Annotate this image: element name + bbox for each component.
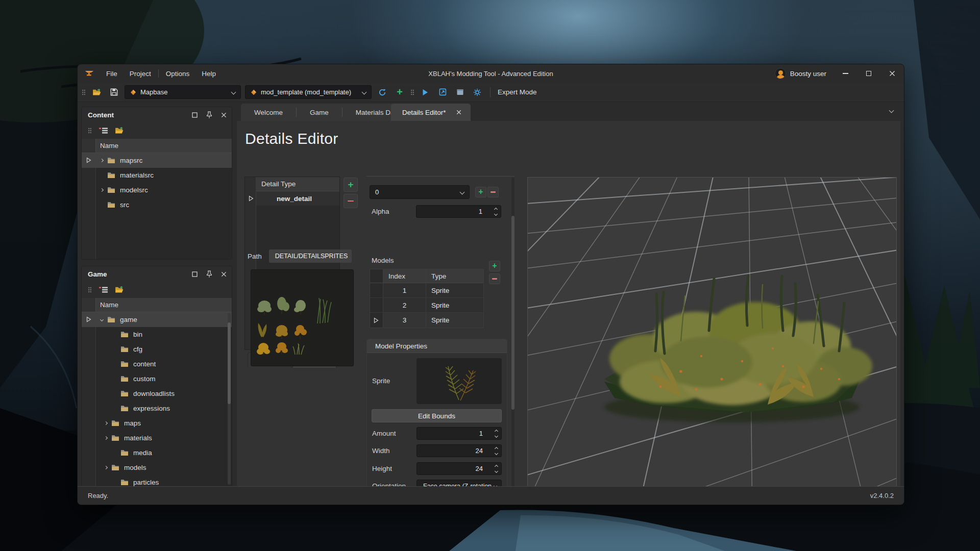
- folder-icon: [120, 346, 129, 353]
- collapse-chevron-icon[interactable]: [100, 318, 103, 321]
- spin-up-icon[interactable]: [495, 464, 498, 468]
- tree-row-bin[interactable]: bin: [82, 327, 232, 342]
- float-panel-icon[interactable]: [192, 112, 198, 118]
- column-type[interactable]: Type: [426, 269, 483, 283]
- close-panel-icon[interactable]: [221, 112, 227, 118]
- spin-down-icon[interactable]: [495, 434, 498, 437]
- tree-row-media[interactable]: media: [82, 445, 232, 460]
- tree-row-content[interactable]: content: [82, 357, 232, 371]
- float-panel-icon[interactable]: [192, 271, 198, 277]
- menu-help[interactable]: Help: [195, 64, 222, 83]
- tree-row-materials[interactable]: materials: [82, 431, 232, 445]
- remove-detail-type-button[interactable]: [344, 194, 358, 208]
- expand-chevron-icon[interactable]: [100, 188, 103, 192]
- fullscreen-tool-button[interactable]: [436, 86, 449, 99]
- close-panel-icon[interactable]: [221, 271, 227, 277]
- open-folder-icon[interactable]: [115, 127, 124, 134]
- add-model-button[interactable]: +: [489, 261, 500, 271]
- remove-model-button[interactable]: [489, 273, 500, 284]
- run-mod-button[interactable]: [419, 86, 432, 99]
- open-project-button[interactable]: [90, 86, 103, 99]
- alpha-spinner[interactable]: 1: [416, 205, 501, 218]
- spin-down-icon[interactable]: [494, 212, 498, 215]
- panel-grip-handle[interactable]: [88, 286, 92, 293]
- add-detail-type-button[interactable]: +: [344, 178, 358, 192]
- tab-overflow-chevron-icon[interactable]: [889, 108, 894, 113]
- expert-mode-label[interactable]: Expert Mode: [498, 88, 537, 96]
- tree-row-maps[interactable]: maps: [82, 416, 232, 431]
- add-mod-button[interactable]: +: [393, 86, 406, 99]
- tab-close-button[interactable]: [454, 108, 463, 117]
- model-row-3[interactable]: 3 Sprite: [370, 313, 483, 328]
- tree-row-downloadlists[interactable]: downloadlists: [82, 386, 232, 401]
- detail-type-row-new-detail[interactable]: new_detail: [256, 191, 339, 206]
- preview-viewport-3d[interactable]: [527, 177, 897, 493]
- tab-welcome[interactable]: Welcome: [241, 104, 296, 121]
- minimize-button[interactable]: [834, 64, 857, 83]
- pin-icon[interactable]: [206, 270, 212, 278]
- status-message: Ready.: [88, 492, 108, 499]
- open-folder-icon[interactable]: [115, 286, 124, 293]
- tree-row-modelsrc[interactable]: modelsrc: [82, 183, 232, 197]
- tree-row-expressions[interactable]: expressions: [82, 401, 232, 416]
- width-spinner[interactable]: 24: [416, 444, 502, 457]
- add-group-button[interactable]: +: [475, 187, 486, 197]
- tree-row-game[interactable]: game: [82, 312, 232, 327]
- expand-chevron-icon[interactable]: [104, 421, 107, 425]
- tree-row-cfg[interactable]: cfg: [82, 342, 232, 357]
- refresh-button[interactable]: [376, 86, 389, 99]
- close-button[interactable]: [880, 64, 904, 83]
- expand-chevron-icon[interactable]: [104, 436, 107, 440]
- toolbar-grip-handle[interactable]: [410, 89, 414, 96]
- tree-name-header[interactable]: Name: [82, 298, 232, 312]
- page-title: Details Editor: [245, 130, 338, 147]
- expand-chevron-icon[interactable]: [104, 466, 107, 469]
- properties-scrollbar[interactable]: [511, 178, 514, 492]
- column-index[interactable]: Index: [383, 269, 426, 283]
- spin-down-icon[interactable]: [495, 451, 498, 455]
- mod-select[interactable]: mod_template (mod_template): [245, 85, 372, 99]
- game-tree-scrollbar[interactable]: [228, 313, 231, 485]
- tree-row-custom[interactable]: custom: [82, 371, 232, 386]
- tab-details-editor[interactable]: Details Editor*: [391, 104, 471, 121]
- maximize-button[interactable]: [857, 64, 880, 83]
- model-row-2[interactable]: 2 Sprite: [370, 298, 483, 313]
- menu-options[interactable]: Options: [160, 64, 196, 83]
- panel-grip-handle[interactable]: [88, 127, 92, 134]
- user-badge[interactable]: Boosty user: [775, 68, 826, 79]
- toolbar-grip-handle[interactable]: [82, 89, 86, 96]
- collapse-tree-icon[interactable]: [99, 127, 108, 134]
- collapse-tree-icon[interactable]: [99, 286, 108, 293]
- spin-up-icon[interactable]: [494, 207, 498, 211]
- sprite-preview[interactable]: [416, 358, 502, 404]
- model-row-1[interactable]: 1 Sprite: [370, 283, 483, 298]
- menu-file[interactable]: File: [100, 64, 124, 83]
- tree-row-particles[interactable]: particles: [82, 475, 232, 487]
- tab-game[interactable]: Game: [297, 104, 342, 121]
- spin-up-icon[interactable]: [495, 429, 498, 433]
- group-select[interactable]: 0: [370, 185, 470, 199]
- tree-row-models[interactable]: models: [82, 460, 232, 475]
- path-field[interactable]: DETAIL/DETAILSPRITES: [269, 249, 352, 263]
- pin-icon[interactable]: [206, 111, 212, 119]
- spin-down-icon[interactable]: [495, 469, 498, 472]
- tree-row-label: materialsrc: [120, 171, 154, 179]
- amount-spinner[interactable]: 1: [416, 427, 502, 440]
- remove-group-button[interactable]: [487, 187, 499, 197]
- tree-row-src[interactable]: src: [82, 197, 232, 212]
- project-select[interactable]: Mapbase: [125, 85, 241, 99]
- tree-name-header[interactable]: Name: [82, 139, 232, 153]
- detail-type-header[interactable]: Detail Type: [256, 177, 339, 191]
- content-panel-title: Content: [88, 111, 114, 119]
- menu-project[interactable]: Project: [124, 64, 157, 83]
- edit-bounds-button[interactable]: Edit Bounds: [372, 409, 502, 422]
- model-type: Sprite: [426, 298, 483, 312]
- tree-row-materialsrc[interactable]: materialsrc: [82, 168, 232, 183]
- window-tool-button[interactable]: [453, 86, 467, 99]
- save-button[interactable]: [107, 86, 120, 99]
- height-spinner[interactable]: 24: [416, 462, 502, 475]
- spin-up-icon[interactable]: [495, 446, 498, 450]
- settings-button[interactable]: [471, 86, 484, 99]
- expand-chevron-icon[interactable]: [100, 159, 103, 162]
- tree-row-mapsrc[interactable]: mapsrc: [82, 153, 232, 168]
